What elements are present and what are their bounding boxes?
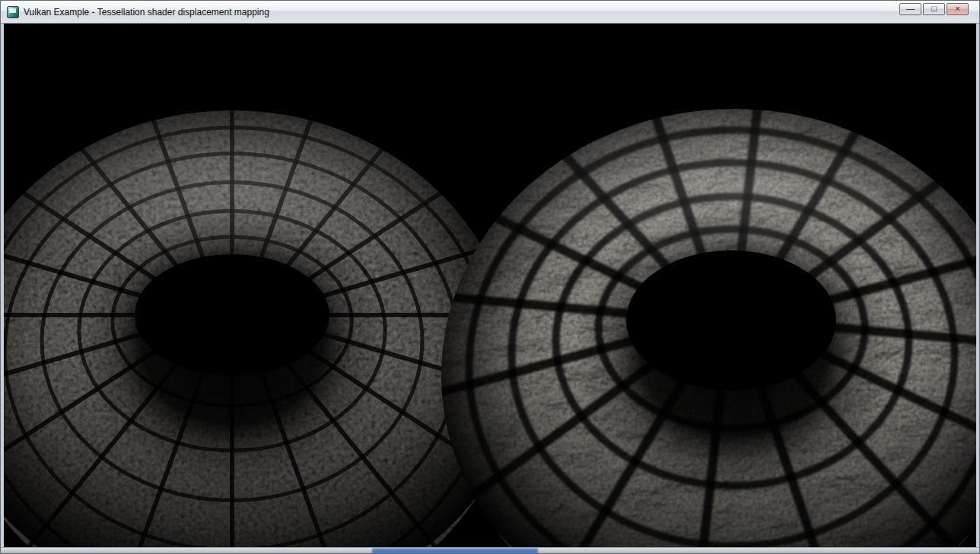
window-title: Vulkan Example - Tessellation shader dis… <box>24 6 973 18</box>
maximize-icon: □ <box>931 5 937 13</box>
frame-glass-reflection <box>372 548 538 553</box>
minimize-icon: — <box>906 5 915 13</box>
maximize-button[interactable]: □ <box>923 3 945 15</box>
vulkan-render <box>4 24 978 547</box>
minimize-button[interactable]: — <box>899 3 921 15</box>
window-controls: — □ × <box>899 3 969 15</box>
titlebar[interactable]: Vulkan Example - Tessellation shader dis… <box>1 1 979 24</box>
app-icon[interactable] <box>7 6 19 18</box>
render-viewport[interactable] <box>1 24 979 547</box>
close-icon: × <box>955 5 959 13</box>
app-window: Vulkan Example - Tessellation shader dis… <box>0 0 980 554</box>
window-frame-bottom[interactable] <box>1 547 979 553</box>
close-button[interactable]: × <box>947 3 969 15</box>
